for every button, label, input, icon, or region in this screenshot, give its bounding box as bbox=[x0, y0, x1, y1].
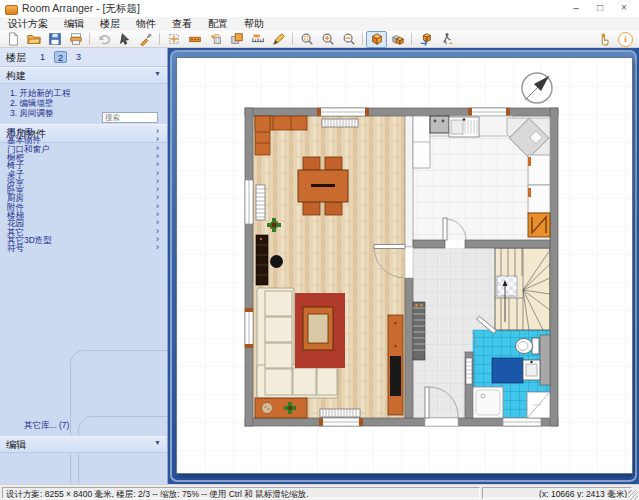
tv-screen bbox=[390, 356, 401, 396]
floor-tab-3[interactable]: 3 bbox=[72, 51, 85, 63]
toilet bbox=[516, 338, 540, 354]
category-symbols[interactable]: 符号› bbox=[0, 244, 167, 252]
info-icon[interactable]: i bbox=[618, 32, 633, 47]
save-file-icon[interactable] bbox=[44, 31, 65, 48]
radiator-top bbox=[322, 119, 358, 127]
category-bathroom[interactable]: 浴室› bbox=[0, 178, 167, 186]
move-object-icon[interactable] bbox=[163, 31, 184, 48]
category-chairs[interactable]: 椅子› bbox=[0, 161, 167, 169]
touch-mode-icon[interactable] bbox=[593, 31, 614, 48]
category-other-3d[interactable]: 其它3D造型› bbox=[0, 236, 167, 244]
menu-design[interactable]: 设计方案 bbox=[0, 17, 56, 31]
walk-through-icon[interactable] bbox=[436, 31, 457, 48]
build-step-edit-walls[interactable]: 2. 编辑墙壁 bbox=[10, 99, 53, 108]
category-garden[interactable]: 花园› bbox=[0, 219, 167, 227]
search-input[interactable] bbox=[102, 112, 158, 123]
select-pointer-icon[interactable] bbox=[114, 31, 135, 48]
window-left-lower bbox=[245, 308, 253, 348]
drawing-canvas[interactable] bbox=[168, 48, 639, 484]
floor-tab-2[interactable]: 2 bbox=[54, 51, 67, 63]
kitchen-sink bbox=[449, 117, 479, 137]
section-edit-header[interactable]: 编辑 ▼ bbox=[0, 436, 167, 453]
window-left-upper bbox=[245, 180, 253, 224]
draw-pencil-icon[interactable] bbox=[268, 31, 289, 48]
build-step-room-adjust[interactable]: 3. 房间调整 bbox=[10, 109, 53, 118]
fridge-column bbox=[413, 116, 430, 168]
round-speaker bbox=[270, 255, 283, 268]
category-tables[interactable]: 桌子› bbox=[0, 170, 167, 178]
open-file-icon[interactable] bbox=[23, 31, 44, 48]
bathtub-mat bbox=[492, 358, 523, 383]
export-3d-icon[interactable] bbox=[415, 31, 436, 48]
resize-grip[interactable] bbox=[628, 490, 638, 500]
category-stairs[interactable]: 楼梯› bbox=[0, 211, 167, 219]
staircase bbox=[495, 248, 550, 330]
category-cabinets[interactable]: 橱柜› bbox=[0, 153, 167, 161]
category-doors-windows[interactable]: 门口和窗户› bbox=[0, 145, 167, 153]
radiator-bathroom bbox=[466, 358, 472, 384]
chevron-right-icon: › bbox=[156, 243, 159, 251]
side-table bbox=[255, 398, 307, 418]
rotate-object-icon[interactable] bbox=[205, 31, 226, 48]
close-button[interactable]: × bbox=[613, 1, 635, 15]
stove bbox=[430, 116, 449, 133]
menu-floors[interactable]: 楼层 bbox=[92, 17, 128, 31]
zoom-in-icon[interactable] bbox=[317, 31, 338, 48]
collapse-icon[interactable]: ▼ bbox=[154, 70, 161, 77]
coffee-table bbox=[303, 307, 333, 350]
view-3d-icon[interactable] bbox=[366, 31, 387, 48]
section-build-header[interactable]: 构建 ▼ bbox=[0, 67, 167, 84]
maximize-button[interactable]: □ bbox=[589, 1, 611, 15]
wall-cabinets-right bbox=[528, 155, 550, 213]
kitchen-counter bbox=[430, 116, 513, 137]
floors-label: 楼层 bbox=[6, 51, 26, 65]
collapse-icon[interactable]: ▼ bbox=[154, 439, 161, 446]
tall-shelf bbox=[256, 235, 268, 285]
align-dots-icon[interactable] bbox=[184, 31, 205, 48]
other-libraries-link[interactable]: 其它库... (7) bbox=[24, 420, 69, 432]
objects-3d-icon[interactable] bbox=[387, 31, 408, 48]
toolbar-separator bbox=[411, 33, 412, 45]
menu-view[interactable]: 查看 bbox=[164, 17, 200, 31]
shoe-rack bbox=[413, 302, 425, 360]
new-file-icon[interactable] bbox=[2, 31, 23, 48]
menu-help[interactable]: 帮助 bbox=[236, 17, 272, 31]
category-accessories[interactable]: 附件› bbox=[0, 203, 167, 211]
status-coordinates: (x: 10666 y: 2413 毫米) bbox=[482, 487, 632, 499]
undo-icon[interactable] bbox=[93, 31, 114, 48]
toolbar-separator bbox=[362, 33, 363, 45]
build-step-new-project[interactable]: 1. 开始新的工程 bbox=[10, 89, 70, 98]
bathroom-sink bbox=[523, 360, 540, 380]
toolbar-separator bbox=[159, 33, 160, 45]
toolbar: i bbox=[0, 31, 639, 48]
zoom-selection-icon[interactable] bbox=[296, 31, 317, 48]
radiator-bottom bbox=[320, 409, 360, 417]
tv-cabinet bbox=[388, 315, 403, 415]
shower-tray bbox=[473, 387, 503, 418]
radiator-left bbox=[256, 185, 265, 220]
zoom-out-icon[interactable] bbox=[338, 31, 359, 48]
zigzag-cabinet bbox=[528, 213, 550, 237]
window-bottom-right bbox=[503, 418, 541, 426]
compass-icon bbox=[522, 73, 552, 103]
print-icon[interactable] bbox=[65, 31, 86, 48]
measure-tape-icon[interactable] bbox=[247, 31, 268, 48]
menu-objects[interactable]: 物件 bbox=[128, 17, 164, 31]
shower-cabin bbox=[527, 392, 550, 418]
format-brush-icon[interactable] bbox=[135, 31, 156, 48]
window-title: Room Arranger - [无标题] bbox=[22, 2, 140, 16]
floors-row: 楼层 1 2 3 bbox=[0, 48, 167, 67]
app-icon bbox=[5, 5, 18, 15]
toolbar-separator bbox=[292, 33, 293, 45]
category-kitchen[interactable]: 厨房› bbox=[0, 194, 167, 202]
duplicate-object-icon[interactable] bbox=[226, 31, 247, 48]
floor-plan[interactable] bbox=[177, 58, 632, 473]
window-top-left bbox=[317, 108, 369, 116]
plan-page[interactable] bbox=[177, 58, 632, 473]
window-bottom-left bbox=[319, 418, 363, 426]
menu-settings[interactable]: 配置 bbox=[200, 17, 236, 31]
menu-edit[interactable]: 编辑 bbox=[56, 17, 92, 31]
category-bedroom[interactable]: 卧室› bbox=[0, 186, 167, 194]
minimize-button[interactable]: – bbox=[565, 1, 587, 15]
floor-tab-1[interactable]: 1 bbox=[36, 51, 49, 63]
